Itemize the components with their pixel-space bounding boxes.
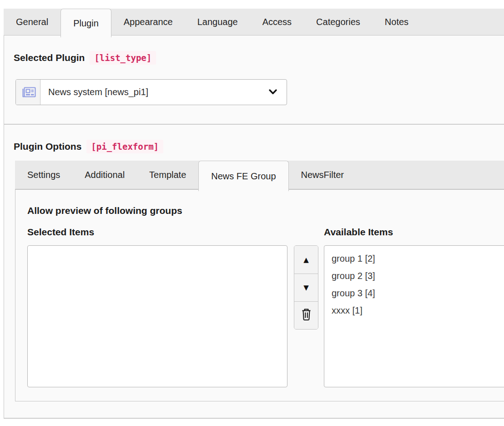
tab-plugin[interactable]: Plugin	[60, 9, 111, 37]
flexform-tabbar: Settings Additional Template News FE Gro…	[15, 161, 504, 189]
group-multiselect: Selected Items ▲ ▼	[27, 227, 504, 387]
triangle-down-icon: ▼	[303, 284, 309, 292]
list-item-group-1[interactable]: group 1 [2]	[324, 250, 504, 267]
move-up-button[interactable]: ▲	[294, 246, 318, 274]
plugin-options-section: Plugin Options [pi_flexform] Settings Ad…	[4, 125, 504, 418]
selected-plugin-label: Selected Plugin	[14, 52, 85, 63]
delete-button[interactable]	[294, 301, 318, 329]
selected-items-column: Selected Items	[27, 227, 287, 387]
available-items-column: Available Items group 1 [2] group 2 [3] …	[324, 227, 504, 387]
tab-settings[interactable]: Settings	[15, 161, 72, 189]
record-tabbar: General Plugin Appearance Language Acces…	[4, 9, 504, 36]
list-item-group-3[interactable]: group 3 [4]	[324, 284, 504, 302]
available-items-listbox[interactable]: group 1 [2] group 2 [3] group 3 [4] xxxx…	[324, 245, 504, 387]
tab-access[interactable]: Access	[250, 9, 304, 36]
tab-news-fe-group[interactable]: News FE Group	[198, 161, 288, 191]
multiselect-controls: ▲ ▼	[294, 227, 318, 330]
tab-additional[interactable]: Additional	[72, 161, 137, 189]
tab-general[interactable]: General	[4, 9, 60, 36]
selected-items-label: Selected Items	[27, 227, 287, 238]
plugin-options-label: Plugin Options	[14, 141, 81, 152]
selected-plugin-label-row: Selected Plugin [list_type]	[14, 51, 504, 65]
tab-appearance[interactable]: Appearance	[111, 9, 185, 36]
group-preview-heading: Allow preview of following groups	[27, 205, 504, 216]
plugin-select-display: News system [news_pi1]	[40, 80, 287, 105]
move-down-button[interactable]: ▼	[294, 274, 318, 301]
news-fe-group-panel: Allow preview of following groups Select…	[15, 189, 504, 401]
list-item-xxxx[interactable]: xxxx [1]	[324, 302, 504, 319]
tab-categories[interactable]: Categories	[304, 9, 373, 36]
selected-plugin-field-code: [list_type]	[90, 51, 156, 65]
tab-notes[interactable]: Notes	[373, 9, 421, 36]
available-items-label: Available Items	[324, 227, 504, 238]
multiselect-button-group: ▲ ▼	[294, 245, 318, 330]
tab-newsfilter[interactable]: NewsFilter	[289, 161, 356, 189]
plugin-type-select[interactable]: News system [news_pi1]	[15, 79, 287, 105]
trash-icon	[300, 308, 312, 323]
chevron-down-icon	[268, 87, 277, 97]
plugin-select-value: News system [news_pi1]	[48, 87, 148, 97]
plugin-options-field-code: [pi_flexform]	[86, 140, 163, 153]
list-item-group-2[interactable]: group 2 [3]	[324, 267, 504, 284]
plugin-options-label-row: Plugin Options [pi_flexform]	[14, 140, 504, 153]
selected-items-listbox[interactable]	[27, 245, 287, 387]
tab-language[interactable]: Language	[185, 9, 250, 36]
tab-template[interactable]: Template	[137, 161, 198, 189]
triangle-up-icon: ▲	[303, 256, 309, 264]
newspaper-icon	[16, 80, 40, 105]
selected-plugin-section: Selected Plugin [list_type]	[4, 36, 504, 125]
plugin-tab-panel: Selected Plugin [list_type]	[4, 36, 504, 419]
content-element-form: General Plugin Appearance Language Acces…	[0, 9, 504, 419]
